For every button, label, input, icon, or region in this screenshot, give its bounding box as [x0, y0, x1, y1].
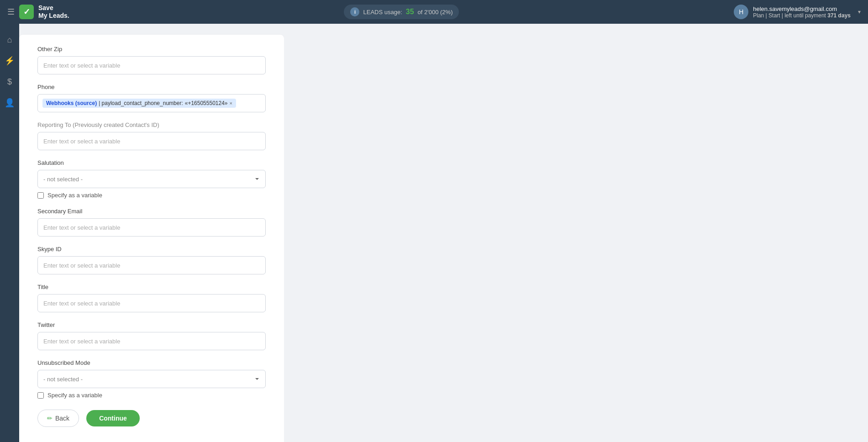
- profile-icon: 👤: [5, 98, 15, 108]
- skype-id-group: Skype ID: [37, 246, 266, 274]
- reporting-to-group: Reporting To (Previously created Contact…: [37, 121, 266, 150]
- tag-source-label: Webhooks (source): [46, 100, 97, 106]
- unsubscribed-mode-label: Unsubscribed Mode: [37, 359, 266, 366]
- salutation-variable-checkbox[interactable]: [37, 192, 44, 199]
- leads-usage-section: i LEADS usage: 35 of 2'000 (2%): [344, 5, 459, 19]
- title-label: Title: [37, 284, 266, 290]
- right-panel: [284, 35, 868, 442]
- home-icon: ⌂: [7, 35, 12, 45]
- secondary-email-input[interactable]: [37, 218, 266, 237]
- salutation-label: Salutation: [37, 159, 266, 166]
- skype-id-input[interactable]: [37, 256, 266, 274]
- sidebar: ⌂ ⚡ $ 👤: [0, 24, 19, 442]
- salutation-group: Salutation - not selected - Mr. Ms. Mrs.…: [37, 159, 266, 199]
- continue-button[interactable]: Continue: [86, 410, 140, 426]
- leads-used: 35: [406, 8, 414, 16]
- secondary-email-label: Secondary Email: [37, 208, 266, 215]
- other-zip-group: Other Zip: [37, 46, 266, 74]
- nav-brand: ☰ ✓ Save My Leads.: [7, 4, 69, 20]
- tag-pipe-label: | payload_contact_phone_number:: [99, 100, 183, 106]
- phone-label: Phone: [37, 84, 266, 90]
- skype-id-label: Skype ID: [37, 246, 266, 253]
- phone-tag-input[interactable]: Webhooks (source) | payload_contact_phon…: [37, 94, 266, 112]
- twitter-label: Twitter: [37, 321, 266, 328]
- hamburger-menu-icon[interactable]: ☰: [7, 7, 15, 17]
- form-content: Other Zip Phone Webhooks (source) | payl…: [19, 35, 284, 442]
- back-label: Back: [55, 415, 69, 422]
- button-row: ✏ Back Continue: [37, 410, 266, 427]
- secondary-email-group: Secondary Email: [37, 208, 266, 237]
- other-zip-input[interactable]: [37, 56, 266, 74]
- title-input[interactable]: [37, 294, 266, 312]
- sidebar-item-billing[interactable]: $: [1, 73, 18, 90]
- leads-badge: i LEADS usage: 35 of 2'000 (2%): [344, 5, 459, 19]
- twitter-group: Twitter: [37, 321, 266, 350]
- salutation-checkbox-row: Specify as a variable: [37, 192, 266, 199]
- unsubscribed-mode-select[interactable]: - not selected - Opt Out No Bulk Emails …: [37, 370, 266, 388]
- main-wrapper: Other Zip Phone Webhooks (source) | payl…: [19, 24, 868, 442]
- salutation-select[interactable]: - not selected - Mr. Ms. Mrs. Dr. Prof.: [37, 170, 266, 188]
- sidebar-item-connect[interactable]: ⚡: [1, 52, 18, 69]
- unsubscribed-mode-group: Unsubscribed Mode - not selected - Opt O…: [37, 359, 266, 399]
- user-plan: Plan | Start | left until payment 371 da…: [753, 12, 851, 19]
- info-icon: i: [350, 7, 359, 16]
- salutation-checkbox-label: Specify as a variable: [47, 192, 102, 199]
- other-zip-label: Other Zip: [37, 46, 266, 53]
- user-email: helen.savemyleads@gmail.com: [753, 5, 851, 12]
- logo-check-icon: ✓: [23, 7, 30, 17]
- unsubscribed-checkbox-label: Specify as a variable: [47, 392, 102, 399]
- avatar: H: [734, 5, 748, 19]
- sidebar-item-home[interactable]: ⌂: [1, 31, 18, 48]
- pencil-icon: ✏: [47, 415, 53, 422]
- reporting-to-label: Reporting To (Previously created Contact…: [37, 121, 266, 128]
- connect-icon: ⚡: [5, 56, 15, 66]
- unsubscribed-mode-checkbox-row: Specify as a variable: [37, 392, 266, 399]
- leads-label: LEADS usage:: [363, 9, 402, 16]
- back-button[interactable]: ✏ Back: [37, 410, 79, 427]
- top-navigation: ☰ ✓ Save My Leads. i LEADS usage: 35 of …: [0, 0, 868, 24]
- user-details: helen.savemyleads@gmail.com Plan | Start…: [753, 5, 851, 19]
- twitter-input[interactable]: [37, 332, 266, 350]
- phone-tag: Webhooks (source) | payload_contact_phon…: [42, 99, 236, 108]
- chevron-down-icon: ▾: [858, 9, 861, 15]
- billing-icon: $: [7, 77, 12, 87]
- logo-text: Save My Leads.: [38, 4, 69, 20]
- leads-total: of 2'000 (2%): [418, 9, 453, 16]
- tag-value-label: «+16505550124»: [185, 100, 228, 106]
- title-group: Title: [37, 284, 266, 312]
- user-section[interactable]: H helen.savemyleads@gmail.com Plan | Sta…: [734, 5, 861, 19]
- logo-box: ✓: [19, 5, 34, 19]
- unsubscribed-variable-checkbox[interactable]: [37, 392, 44, 399]
- sidebar-item-profile[interactable]: 👤: [1, 94, 18, 111]
- phone-group: Phone Webhooks (source) | payload_contac…: [37, 84, 266, 112]
- tag-close-icon[interactable]: ×: [230, 100, 232, 106]
- reporting-to-input[interactable]: [37, 132, 266, 150]
